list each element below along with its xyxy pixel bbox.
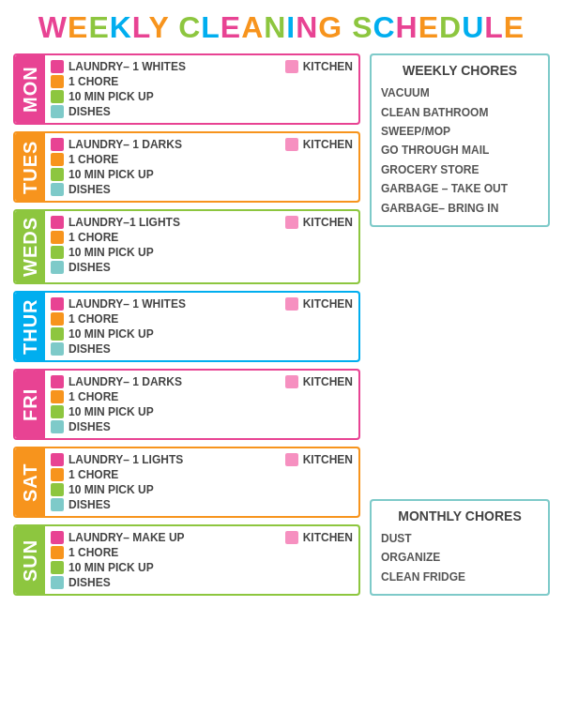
day-block-mon: MONLAUNDRY– 1 WHITESKITCHEN1 CHORE10 MIN… [13, 53, 360, 125]
chore-dot [51, 390, 64, 403]
pickup-row: 10 MIN PICK UP [51, 168, 353, 181]
laundry-text: LAUNDRY– MAKE UP [68, 531, 185, 544]
monthly-chore-item: CLEAN FRIDGE [381, 568, 539, 586]
chore-text: 1 CHORE [68, 390, 118, 403]
pickup-row: 10 MIN PICK UP [51, 405, 353, 418]
dishes-text: DISHES [68, 576, 111, 589]
kitchen-dot [285, 216, 298, 229]
day-label-weds: WEDS [15, 211, 45, 282]
dishes-text: DISHES [68, 261, 111, 274]
monthly-chores-title: MONTHLY CHORES [381, 508, 539, 523]
dishes-text: DISHES [68, 342, 111, 356]
chore-row: 1 CHORE [51, 231, 353, 244]
dishes-text: DISHES [68, 105, 111, 118]
laundry-kitchen-row: LAUNDRY– MAKE UPKITCHEN [51, 531, 353, 544]
dishes-row: DISHES [51, 105, 353, 118]
laundry-kitchen-row: LAUNDRY– 1 LIGHTSKITCHEN [51, 453, 353, 466]
chore-row: 1 CHORE [51, 312, 353, 326]
monthly-chore-item: DUST [381, 529, 539, 548]
day-block-fri: FRILAUNDRY– 1 DARKSKITCHEN1 CHORE10 MIN … [13, 369, 360, 440]
day-block-weds: WEDSLAUNDRY–1 LIGHTSKITCHEN1 CHORE10 MIN… [13, 209, 360, 284]
dishes-dot [51, 342, 64, 356]
pickup-row: 10 MIN PICK UP [51, 327, 353, 341]
chore-dot [51, 312, 64, 326]
weekly-chores-title: WEEKLY CHORES [381, 63, 539, 78]
chore-dot [51, 231, 64, 244]
laundry-kitchen-row: LAUNDRY– 1 DARKSKITCHEN [51, 138, 353, 151]
pickup-text: 10 MIN PICK UP [68, 168, 154, 181]
chore-text: 1 CHORE [68, 231, 118, 244]
dishes-row: DISHES [51, 420, 353, 433]
day-label-mon: MON [15, 55, 45, 123]
weekly-chores-box: WEEKLY CHORES VACUUMCLEAN BATHROOMSWEEP/… [370, 53, 550, 227]
kitchen-dot [285, 531, 298, 544]
kitchen-dot [285, 375, 298, 388]
chore-dot [51, 153, 64, 166]
day-label-fri: FRI [15, 371, 45, 438]
monthly-chores-box: MONTHLY CHORES DUSTORGANIZECLEAN FRIDGE [370, 499, 550, 596]
pickup-dot [51, 405, 64, 418]
laundry-kitchen-row: LAUNDRY– 1 WHITESKITCHEN [51, 297, 353, 311]
day-block-sun: SUNLAUNDRY– MAKE UPKITCHEN1 CHORE10 MIN … [13, 524, 360, 596]
day-content-fri: LAUNDRY– 1 DARKSKITCHEN1 CHORE10 MIN PIC… [45, 371, 358, 438]
days-column: MONLAUNDRY– 1 WHITESKITCHEN1 CHORE10 MIN… [13, 53, 360, 596]
pickup-dot [51, 327, 64, 341]
chore-dot [51, 75, 64, 88]
laundry-kitchen-row: LAUNDRY– 1 WHITESKITCHEN [51, 60, 353, 73]
laundry-kitchen-row: LAUNDRY– 1 DARKSKITCHEN [51, 375, 353, 388]
kitchen-text: KITCHEN [303, 453, 353, 466]
weekly-chore-item: SWEEP/MOP [381, 122, 539, 141]
chore-row: 1 CHORE [51, 153, 353, 166]
chore-text: 1 CHORE [68, 312, 118, 326]
day-label-tues: TUES [15, 133, 45, 201]
weekly-chore-item: GARBAGE– BRING IN [381, 199, 539, 218]
kitchen-text: KITCHEN [303, 375, 353, 388]
dishes-dot [51, 105, 64, 118]
pickup-dot [51, 90, 64, 103]
kitchen-text: KITCHEN [303, 216, 353, 229]
laundry-text: LAUNDRY– 1 DARKS [68, 375, 182, 388]
weekly-chore-item: GO THROUGH MAIL [381, 141, 539, 159]
laundry-text: LAUNDRY– 1 WHITES [68, 297, 186, 311]
day-content-sat: LAUNDRY– 1 LIGHTSKITCHEN1 CHORE10 MIN PI… [45, 448, 358, 516]
laundry-dot [51, 138, 64, 151]
dishes-text: DISHES [68, 183, 111, 196]
day-content-tues: LAUNDRY– 1 DARKSKITCHEN1 CHORE10 MIN PIC… [45, 133, 358, 201]
laundry-dot [51, 297, 64, 311]
chore-text: 1 CHORE [68, 153, 118, 166]
dishes-dot [51, 261, 64, 274]
day-block-sat: SATLAUNDRY– 1 LIGHTSKITCHEN1 CHORE10 MIN… [13, 447, 360, 518]
weekly-chore-item: GROCERY STORE [381, 160, 539, 179]
dishes-row: DISHES [51, 342, 353, 356]
laundry-kitchen-row: LAUNDRY–1 LIGHTSKITCHEN [51, 216, 353, 229]
chore-text: 1 CHORE [68, 546, 118, 559]
laundry-dot [51, 531, 64, 544]
pickup-text: 10 MIN PICK UP [68, 246, 154, 259]
laundry-text: LAUNDRY–1 LIGHTS [68, 216, 180, 229]
chore-row: 1 CHORE [51, 546, 353, 559]
pickup-row: 10 MIN PICK UP [51, 246, 353, 259]
dishes-row: DISHES [51, 261, 353, 274]
laundry-dot [51, 60, 64, 73]
chore-row: 1 CHORE [51, 468, 353, 481]
kitchen-dot [285, 60, 298, 73]
pickup-text: 10 MIN PICK UP [68, 405, 154, 418]
day-content-sun: LAUNDRY– MAKE UPKITCHEN1 CHORE10 MIN PIC… [45, 526, 358, 594]
day-content-thur: LAUNDRY– 1 WHITESKITCHEN1 CHORE10 MIN PI… [45, 293, 358, 360]
chore-dot [51, 546, 64, 559]
dishes-text: DISHES [68, 420, 111, 433]
weekly-chore-item: GARBAGE – TAKE OUT [381, 179, 539, 198]
laundry-text: LAUNDRY– 1 LIGHTS [68, 453, 183, 466]
kitchen-dot [285, 138, 298, 151]
page-title: WEEKLY CLEANING SCHEDULE [13, 11, 550, 44]
chore-text: 1 CHORE [68, 468, 118, 481]
pickup-row: 10 MIN PICK UP [51, 90, 353, 103]
day-content-weds: LAUNDRY–1 LIGHTSKITCHEN1 CHORE10 MIN PIC… [45, 211, 358, 282]
pickup-text: 10 MIN PICK UP [68, 90, 154, 103]
pickup-dot [51, 483, 64, 496]
pickup-dot [51, 168, 64, 181]
weekly-chore-item: VACUUM [381, 83, 539, 102]
pickup-text: 10 MIN PICK UP [68, 561, 154, 574]
laundry-dot [51, 216, 64, 229]
dishes-row: DISHES [51, 576, 353, 589]
